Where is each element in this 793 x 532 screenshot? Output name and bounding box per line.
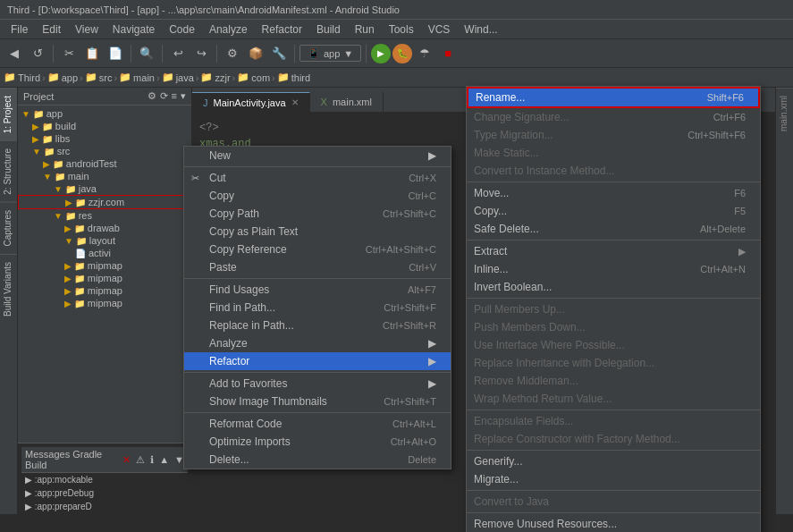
menu-refactor[interactable]: Refactor [255,21,309,38]
bc-third2[interactable]: 📁 third [277,72,310,83]
menu-analyze[interactable]: Analyze [202,21,255,38]
tree-res[interactable]: ▼ 📁 res [18,209,191,222]
cm-optimize[interactable]: Optimize Imports Ctrl+Alt+O [184,433,451,451]
toolbar-back[interactable]: ◀ [4,43,25,64]
cm-copyas[interactable]: Copy as Plain Text [184,223,451,241]
tree-libs[interactable]: ▶ 📁 libs [18,132,191,145]
rm-removeunused[interactable]: Remove Unused Resources... [467,515,760,532]
cm-paste[interactable]: Paste Ctrl+V [184,258,451,276]
tree-main[interactable]: ▼ 📁 main [18,170,191,182]
bc-java[interactable]: 📁 java [162,72,194,83]
menu-build[interactable]: Build [309,21,348,38]
rm-invertbool[interactable]: Invert Boolean... [467,278,760,296]
cm-findusages[interactable]: Find Usages Alt+F7 [184,281,451,299]
coverage-button[interactable]: ☂ [414,43,435,64]
vtab-project[interactable]: 1: Project [0,88,17,140]
rm-replaceconstructor: Replace Constructor with Factory Method.… [467,430,760,448]
cm-reformat[interactable]: Reformat Code Ctrl+Alt+L [184,415,451,433]
cm-thumbnails[interactable]: Show Image Thumbnails Ctrl+Shift+T [184,393,451,410]
tab-mainactivity-close[interactable]: ✕ [291,97,299,107]
tree-mipmap3[interactable]: ▶ 📁 mipmap [18,284,191,297]
bc-src[interactable]: 📁 src [85,72,113,83]
bc-main[interactable]: 📁 main [119,72,155,83]
menu-run[interactable]: Run [348,21,382,38]
cm-delete[interactable]: Delete... Delete [184,451,451,469]
tab-mainxml[interactable]: X main.xml [310,92,384,112]
cm-analyze-arrow: ▶ [428,337,436,350]
toolbar-redo[interactable]: ↪ [190,43,212,64]
debug-button[interactable]: 🐛 [392,44,412,63]
toolbar-forward[interactable]: ↺ [27,43,48,64]
menu-navigate[interactable]: Navigate [105,21,162,38]
cm-refactor[interactable]: Refactor ▶ [184,352,451,370]
bc-zzjr[interactable]: 📁 zzjr [200,72,230,83]
tree-src[interactable]: ▼ 📁 src [18,145,191,157]
cm-copy[interactable]: Copy Ctrl+C [184,187,451,205]
bc-app[interactable]: 📁 app [47,72,78,83]
menu-edit[interactable]: Edit [35,21,68,38]
cm-favorites[interactable]: Add to Favorites ▶ [184,375,451,393]
cm-replaceinpath[interactable]: Replace in Path... Ctrl+Shift+R [184,317,451,334]
toolbar-btn2[interactable]: 📦 [245,43,266,64]
toolbar-btn3[interactable]: 🔧 [268,43,290,64]
vtab-structure[interactable]: 2: Structure [0,140,17,202]
rm-typemig-shortcut: Ctrl+Shift+F6 [688,130,746,140]
tree-mipmap4[interactable]: ▶ 📁 mipmap [18,297,191,309]
run-button[interactable]: ▶ [371,44,391,63]
rm-extract[interactable]: Extract ▶ [467,242,760,260]
rm-inline[interactable]: Inline... Ctrl+Alt+N [467,260,760,278]
menu-tools[interactable]: Tools [382,21,421,38]
toolbar-undo[interactable]: ↩ [167,43,189,64]
cm-cut[interactable]: ✂ Cut Ctrl+X [184,169,451,187]
app-selector[interactable]: 📱 app ▼ [299,45,361,62]
rm-generify-label: Generify... [474,455,746,468]
tree-java[interactable]: ▼ 📁 java [18,182,191,195]
menu-view[interactable]: View [68,21,105,38]
cm-new[interactable]: New ▶ [184,147,451,165]
rm-safedelete[interactable]: Safe Delete... Alt+Delete [467,220,760,238]
cm-copypath[interactable]: Copy Path Ctrl+Shift+C [184,205,451,223]
scroll-up[interactable]: ▲ [159,454,169,465]
rm-move[interactable]: Move... F6 [467,184,760,202]
bc-third[interactable]: 📁 Third [4,72,40,83]
menu-file[interactable]: File [4,21,35,38]
toolbar-sep4 [216,45,217,63]
toolbar-copy[interactable]: 📋 [81,43,103,64]
toolbar-cut[interactable]: ✂ [58,43,80,64]
toolbar-btn1[interactable]: ⚙ [222,43,243,64]
vtab-build[interactable]: Build Variants [0,254,17,324]
rm-migrate[interactable]: Migrate... [467,470,760,488]
stop-button[interactable]: ■ [437,43,459,64]
sync-icon[interactable]: ⟳ [160,90,168,102]
vtab-right-main[interactable]: main.xml [776,88,793,139]
vtab-captures[interactable]: Captures [0,202,17,254]
tree-layout[interactable]: ▼ 📁 layout [18,234,191,247]
cm-findinpath[interactable]: Find in Path... Ctrl+Shift+F [184,299,451,317]
settings-icon[interactable]: ≡ [172,90,177,102]
tab-mainactivity[interactable]: J MainActivity.java ✕ [192,92,310,112]
rm-generify[interactable]: Generify... [467,452,760,470]
collapse-icon[interactable]: ▾ [181,90,186,102]
tree-app[interactable]: ▼ 📁 app [18,107,191,120]
rm-rename[interactable]: Rename... Shift+F6 [467,87,760,108]
toolbar-paste[interactable]: 📄 [105,43,126,64]
tree-drawab[interactable]: ▶ 📁 drawab [18,222,191,234]
tree-androidtest[interactable]: ▶ 📁 androidTest [18,157,191,170]
menu-vcs[interactable]: VCS [421,21,458,38]
gear-icon[interactable]: ⚙ [148,90,156,102]
tree-activi[interactable]: 📄 activi [18,247,191,259]
cm-analyze[interactable]: Analyze ▶ [184,334,451,352]
tree-zzjr[interactable]: ▶ 📁 zzjr.com [18,195,191,209]
tree-build[interactable]: ▶ 📁 build [18,120,191,132]
toolbar-find[interactable]: 🔍 [136,43,157,64]
rm-invertbool-label: Invert Boolean... [474,281,746,293]
rm-copy[interactable]: Copy... F5 [467,202,760,220]
tree-mipmap2[interactable]: ▶ 📁 mipmap [18,272,191,284]
toolbar-sep3 [162,45,163,63]
menu-window[interactable]: Wind... [457,21,504,38]
cm-copyref[interactable]: Copy Reference Ctrl+Alt+Shift+C [184,241,451,258]
bc-com[interactable]: 📁 com [237,72,270,83]
breadcrumb: 📁 Third › 📁 app › 📁 src › 📁 main › 📁 jav… [0,68,793,88]
tree-mipmap1[interactable]: ▶ 📁 mipmap [18,259,191,272]
menu-code[interactable]: Code [162,21,202,38]
